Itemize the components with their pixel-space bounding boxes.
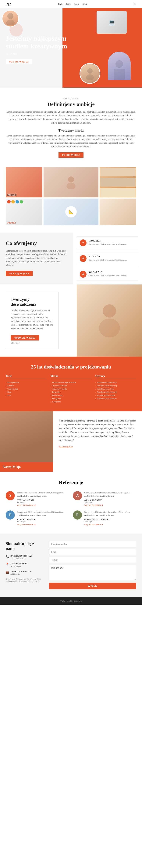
years-item-0-0: Kreacja tekstu	[6, 381, 47, 383]
gallery-item-1: Jakiś napis	[6, 167, 42, 197]
exp-box: Tworzymy doświadczenia Ut tellus element…	[6, 292, 59, 349]
offer-card-rozwoj: ⊕ ROZWÓJ Sample text. Click to select th…	[77, 252, 138, 265]
references-section: Referencje S Sample text. Click to selec…	[0, 472, 142, 533]
ref-name-0: STYLA LAAAN	[17, 499, 69, 501]
ref-avatar-3: R	[73, 510, 82, 520]
contact-subject-input[interactable]	[49, 557, 136, 563]
what-we-do-section: CO ROBIMY Definiujemy ambicje Lorem ipsu…	[0, 88, 142, 167]
ref-role-1: Jakiś napis	[84, 501, 136, 503]
gallery-item-3	[100, 167, 136, 197]
ref-link-2[interactable]: WIĘCEJ INFORMACJI	[17, 524, 36, 526]
ref-content-3: Sample text. Click to select the text bo…	[84, 510, 136, 526]
offer-card-wsparcie: ◈ WSPARCIE Sample text. Click to select …	[77, 268, 138, 281]
what-we-do-title: Definiujemy ambicje	[6, 101, 136, 107]
offer-button[interactable]: UCZ SIĘ WIĘCEJ	[6, 271, 33, 276]
exp-box-button[interactable]: UCZU SIĘ WIĘCEJ	[10, 335, 39, 341]
mission-left-title: Nasza Misja	[3, 465, 50, 469]
nav-link-2[interactable]: Link	[66, 3, 70, 5]
exp-box-author: Jakiś Napis	[10, 342, 54, 344]
contact-email-input[interactable]	[49, 549, 136, 555]
years-item-1-3: Ilustracje	[51, 391, 92, 393]
contact-section: Skontaktuj się z nami 📞 ZADZWOŃ DO NAS 1…	[0, 533, 142, 597]
ref-name-1: AUKA JOANNIS	[84, 499, 136, 501]
svg-point-7	[66, 183, 76, 189]
references-title: Referencje	[6, 479, 136, 486]
contact-location-label: LOKALIZACJA	[10, 562, 28, 565]
years-item-1-0: Projektowanie logo/znaczka	[51, 381, 92, 383]
wsparcie-icon: ◈	[80, 271, 87, 278]
hero-section: 💻 Jesteśmy najlepszym studiem kreatywnym…	[0, 8, 142, 88]
contact-left: Skontaktuj się z nami 📞 ZADZWOŃ DO NAS 1…	[6, 541, 44, 589]
contact-phone-label: ZADZWOŃ DO NAS	[10, 555, 32, 557]
ref-avatar-0: S	[6, 491, 15, 500]
ref-card-1: A Sample text. Click to select the text …	[73, 491, 136, 507]
contact-location-val: Adres Email	[10, 565, 28, 567]
svg-rect-3	[114, 69, 125, 80]
ref-link-1[interactable]: WIĘCEJ INFORMACJI	[84, 504, 103, 506]
mission-link[interactable]: PO CO WIĘCEJ	[59, 445, 73, 448]
menu-icon[interactable]: ☰	[134, 2, 136, 6]
ref-card-0: S Sample text. Click to select the text …	[6, 491, 69, 507]
contact-footer-text: Sample text. Click to select the text bo…	[6, 578, 44, 582]
contact-jobs: 💼 SZUKAMY PRACY Jakiś napis	[6, 570, 44, 575]
contact-jobs-val: Jakiś napis	[10, 573, 31, 575]
svg-point-2	[115, 60, 123, 68]
contact-submit-button[interactable]: WYŚLIJ	[49, 583, 136, 589]
ref-role-0: Jakiś napis	[17, 501, 69, 503]
ref-avatar-2: E	[6, 510, 15, 520]
nav-link-4[interactable]: Link	[82, 3, 87, 5]
nav-link-1[interactable]: Link	[58, 3, 62, 5]
contact-message-input[interactable]	[49, 565, 136, 580]
mission-right: "Potwierdzę ją: to autentyczne otrzymani…	[53, 411, 142, 472]
svg-point-9	[99, 318, 120, 338]
years-item-0-2: Copywriting	[6, 388, 47, 390]
mission-left: Nasza Misja	[0, 411, 53, 472]
years-col-title-1: Marka	[51, 375, 92, 379]
ref-content-0: Sample text. Click to select the text bo…	[17, 491, 69, 507]
years-col-marka: Marka Projektowanie logo/znaczka Tożsamo…	[51, 375, 92, 404]
offer-card-content-wsparcie: WSPARCIE Sample text. Click to select th…	[89, 271, 127, 277]
navigation: logo Link Link Link Link ☰	[0, 0, 142, 8]
contact-location: 📍 LOKALIZACJA Adres Email	[6, 562, 44, 567]
years-title: 25 lat doświadczenia w projektowaniu	[6, 364, 136, 370]
phone-icon: 📞	[6, 555, 9, 558]
offer-card-content-projekt: PROJEKT Sample text. Click to select the…	[89, 240, 127, 245]
what-we-do-button[interactable]: PO CO WIĘCEJ	[58, 152, 84, 158]
ref-text-0: Sample text. Click to select the text bo…	[17, 491, 69, 498]
what-we-do-sub: Tworzymy marki	[6, 128, 136, 132]
contact-form: WYŚLIJ	[49, 541, 136, 589]
ref-name-3: MAGAUR GOTHMARY	[84, 518, 136, 521]
offer-section: Co oferujemy Lorem ipsum dolor sit amet,…	[0, 232, 142, 284]
contact-jobs-label: SZUKAMY PRACY	[10, 570, 31, 572]
gallery-caption-1: Jakiś napis	[7, 194, 17, 196]
years-item-2-5: Projektowanie banerów	[95, 397, 136, 400]
footer: © 2024 Studio Kreatywne	[0, 597, 142, 605]
what-we-do-text1: Lorem ipsum dolor sit amet, consectetur …	[6, 110, 136, 125]
offer-left: Co oferujemy Lorem ipsum dolor sit amet,…	[0, 232, 73, 284]
ref-avatar-1: A	[73, 491, 82, 500]
hero-photo-laptop: 💻	[96, 11, 127, 34]
ref-content-1: Sample text. Click to select the text bo…	[84, 491, 136, 507]
ref-link-0[interactable]: WIĘCEJ INFORMACJI	[17, 504, 36, 506]
offer-card-title-wsparcie: WSPARCIE	[89, 271, 127, 274]
gallery-caption-colorz: COLORZ	[7, 222, 16, 224]
ref-text-1: Sample text. Click to select the text bo…	[84, 491, 136, 498]
offer-card-text-wsparcie: Sample text. Click to select the Text El…	[89, 274, 127, 277]
what-we-do-text2: Lorem ipsum dolor sit amet, consectetur …	[6, 134, 136, 149]
svg-point-8	[103, 304, 116, 318]
offer-card-projekt: ✦ PROJEKT Sample text. Click to select t…	[77, 237, 138, 249]
years-section: 25 lat doświadczenia w projektowaniu Tre…	[0, 356, 142, 411]
hero-cta-button[interactable]: UCZ SIĘ WIĘCEJ	[6, 59, 32, 64]
nav-links: Link Link Link Link	[58, 3, 87, 5]
years-col-title-0: Treść	[6, 375, 47, 379]
location-icon: 📍	[6, 563, 9, 566]
ref-link-3[interactable]: WIĘCEJ INFORMACJI	[84, 524, 103, 526]
contact-name-input[interactable]	[49, 541, 136, 547]
years-item-2-4: Projektowanie emaili	[95, 394, 136, 396]
hero-title: Jesteśmy najlepszym studiem kreatywnym	[6, 35, 70, 50]
rozwoj-icon: ⊕	[80, 255, 87, 262]
years-item-0-4: Inne	[6, 394, 47, 396]
exp-right	[77, 284, 142, 356]
nav-link-3[interactable]: Link	[75, 3, 79, 5]
jobs-icon: 💼	[6, 571, 9, 574]
